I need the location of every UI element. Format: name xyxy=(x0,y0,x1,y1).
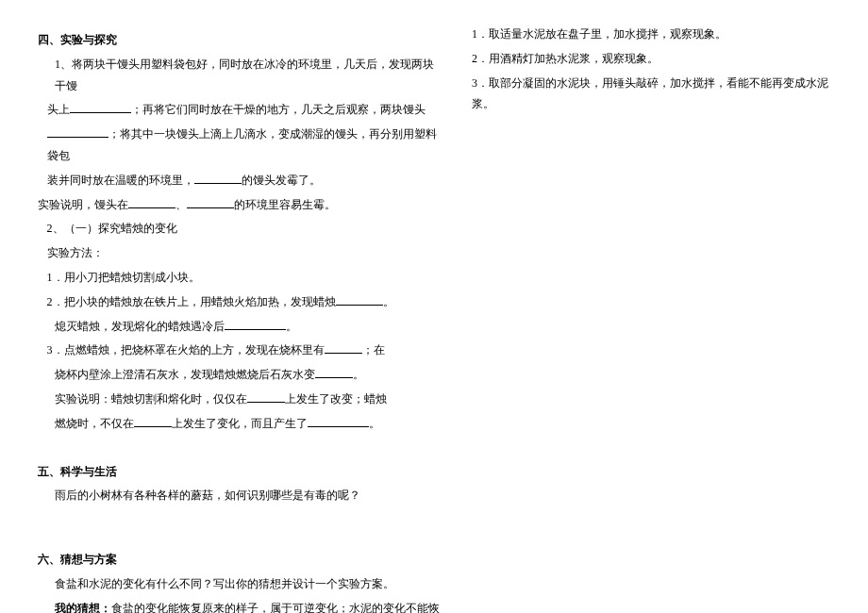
exp-pre: 实验说明，馒头在 xyxy=(38,198,128,211)
cement-2: 2．用酒精灯加热水泥浆，观察现象。 xyxy=(472,48,830,70)
q1-text-c: ；再将它们同时放在干燥的地方，几天之后观察，两块馒头 xyxy=(131,103,426,116)
blank-4 xyxy=(128,197,175,207)
sub-step4c-row: 燃烧时，不仅在上发生了变化，而且产生了。 xyxy=(38,413,443,435)
blank-10 xyxy=(247,392,285,403)
blank-12 xyxy=(308,416,369,426)
s3c: 烧杯内壁涂上澄清石灰水，发现蜡烛燃烧后石灰水变 xyxy=(55,368,315,381)
sub-heading: 2、（一）探究蜡烛的变化 xyxy=(38,218,443,240)
blank-8 xyxy=(325,343,362,354)
q1-line3-row: 装并同时放在温暖的环境里，的馒头发霉了。 xyxy=(38,170,443,191)
s4b: 上发生了改变；蜡烛 xyxy=(285,392,387,406)
q1-line1: 1、将两块干馒头用塑料袋包好，同时放在冰冷的环境里，几天后，发现两块干馒 xyxy=(38,54,443,97)
cement-3: 3．取部分凝固的水泥块，用锤头敲碎，加水搅拌，看能不能再变成水泥浆。 xyxy=(472,73,830,116)
s2d: 。 xyxy=(286,320,297,333)
s3a: 3．点燃蜡烛，把烧杯罩在火焰的上方，发现在烧杯里有 xyxy=(47,343,325,356)
blank-3 xyxy=(194,173,242,183)
q1-text-3a: 装并同时放在温暖的环境里， xyxy=(47,174,194,187)
q1-text-b: 头上 xyxy=(47,103,70,116)
guess-label: 我的猜想： xyxy=(55,602,111,613)
section5-title: 五、科学与生活 xyxy=(38,461,443,483)
section6-title: 六、猜想与方案 xyxy=(38,549,443,571)
q1-line2-row: ；将其中一块馒头上滴上几滴水，变成潮湿的馒头，再分别用塑料袋包 xyxy=(38,124,443,167)
exp-mid: 、 xyxy=(175,198,187,211)
exp-post: 的环境里容易生霉。 xyxy=(234,198,336,211)
q1-text-3b: 的馒头发霉了。 xyxy=(242,174,321,187)
s3d: 。 xyxy=(353,368,364,381)
sub-step1: 1．用小刀把蜡烛切割成小块。 xyxy=(38,267,443,289)
cement-1: 1．取适量水泥放在盘子里，加水搅拌，观察现象。 xyxy=(472,24,830,45)
guess-row: 我的猜想：食盐的变化能恢复原来的样子，属于可逆变化；水泥的变化不能恢复原 xyxy=(38,598,443,613)
sub-step2c-row: 熄灭蜡烛，发现熔化的蜡烛遇冷后。 xyxy=(38,316,443,338)
s4e: 。 xyxy=(369,417,380,430)
s4a: 实验说明：蜡烛切割和熔化时，仅仅在 xyxy=(55,392,247,406)
sub-step3-row: 3．点燃蜡烛，把烧杯罩在火焰的上方，发现在烧杯里有；在 xyxy=(38,340,443,361)
section4-title: 四、实验与探究 xyxy=(38,29,443,51)
s2a: 2．把小块的蜡烛放在铁片上，用蜡烛火焰加热，发现蜡烛 xyxy=(47,295,336,308)
sub-step3c-row: 烧杯内壁涂上澄清石灰水，发现蜡烛燃烧后石灰水变。 xyxy=(38,364,443,386)
s3b: ；在 xyxy=(362,343,385,356)
guess-text1: 食盐的变化能恢复原来的样子，属于可逆变化；水泥的变化不能恢复原 xyxy=(55,602,440,613)
blank-6 xyxy=(336,294,383,305)
blank-1 xyxy=(70,103,131,113)
blank-11 xyxy=(134,416,172,426)
blank-7 xyxy=(225,319,286,329)
right-column: 1．取适量水泥放在盘子里，加水搅拌，观察现象。 2．用酒精灯加热水泥浆，观察现象… xyxy=(472,24,830,589)
s2c: 熄灭蜡烛，发现熔化的蜡烛遇冷后 xyxy=(55,320,225,333)
s4c: 燃烧时，不仅在 xyxy=(55,417,134,430)
method-label: 实验方法： xyxy=(38,242,443,264)
section5-text: 雨后的小树林有各种各样的蘑菇，如何识别哪些是有毒的呢？ xyxy=(38,485,443,506)
blank-5 xyxy=(187,197,234,207)
sub-step2-row: 2．把小块的蜡烛放在铁片上，用蜡烛火焰加热，发现蜡烛。 xyxy=(38,291,443,313)
exp-summary-row: 实验说明，馒头在、的环境里容易生霉。 xyxy=(38,194,443,216)
q1-text-a: 1、将两块干馒头用塑料袋包好，同时放在冰冷的环境里，几天后，发现两块干馒 xyxy=(55,58,434,92)
blank-2 xyxy=(47,127,108,138)
s4d: 上发生了变化，而且产生了 xyxy=(172,417,308,430)
section6-intro: 食盐和水泥的变化有什么不同？写出你的猜想并设计一个实验方案。 xyxy=(38,573,443,595)
s2b: 。 xyxy=(383,295,394,308)
q1-line1b-row: 头上；再将它们同时放在干燥的地方，几天之后观察，两块馒头 xyxy=(38,99,443,121)
sub-step4-row: 实验说明：蜡烛切割和熔化时，仅仅在上发生了改变；蜡烛 xyxy=(38,389,443,410)
blank-9 xyxy=(315,368,353,378)
left-column: 四、实验与探究 1、将两块干馒头用塑料袋包好，同时放在冰冷的环境里，几天后，发现… xyxy=(38,24,443,589)
